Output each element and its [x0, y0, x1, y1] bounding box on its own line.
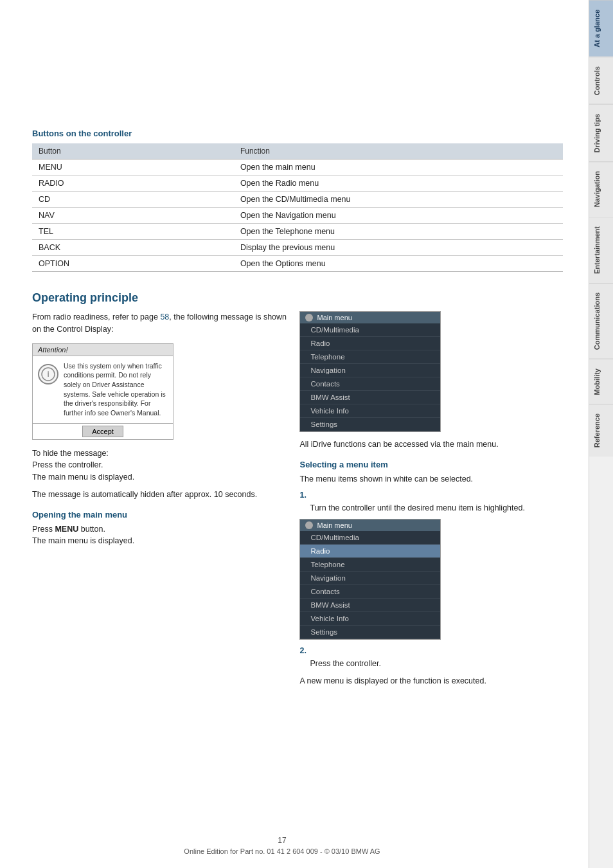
after-attention2: The message is automatically hidden afte…: [32, 489, 287, 501]
menu-item: Contacts: [300, 377, 440, 391]
accept-button[interactable]: Accept: [82, 426, 123, 437]
function-cell: Open the CD/Multimedia menu: [234, 192, 563, 208]
attention-text: Use this system only when traffic condit…: [64, 361, 168, 418]
button-cell: MENU: [32, 159, 234, 176]
selecting-intro: The menu items shown in white can be sel…: [299, 473, 554, 485]
menu-icon: [305, 314, 313, 321]
opening-menu-text: Press MENU button. The main menu is disp…: [32, 523, 287, 548]
buttons-section-title: Buttons on the controller: [32, 129, 563, 138]
intro-text: From radio readiness, refer to page 58, …: [32, 311, 287, 336]
menu-mockup1-items: CD/MultimediaRadioTelephoneNavigationCon…: [300, 323, 440, 431]
menu-item: BMW Assist: [300, 391, 440, 404]
after-attention1: To hide the message: Press the controlle…: [32, 448, 287, 484]
menu-button-label: MENU: [55, 525, 78, 534]
copyright-text: Online Edition for Part no. 01 41 2 604 …: [0, 847, 564, 855]
sidebar-tab-reference[interactable]: Reference: [589, 404, 614, 457]
button-cell: CD: [32, 192, 234, 208]
function-cell: Open the Telephone menu: [234, 224, 563, 240]
opening-menu-title: Opening the main menu: [32, 510, 287, 520]
page-link[interactable]: 58: [160, 312, 169, 321]
attention-box: Attention! i Use this system only when t…: [32, 343, 173, 440]
buttons-table: Button Function MENUOpen the main menuRA…: [32, 143, 563, 272]
sidebar-tab-mobility[interactable]: Mobility: [589, 359, 614, 404]
menu-mockup2-header: Main menu: [300, 520, 440, 531]
operating-principle-title: Operating principle: [32, 291, 563, 305]
attention-header: Attention!: [33, 344, 173, 356]
svg-text:i: i: [48, 370, 49, 379]
all-idrive-text: All iDrive functions can be accessed via…: [299, 439, 554, 451]
function-cell: Open the Navigation menu: [234, 208, 563, 224]
col-function-header: Function: [234, 143, 563, 159]
button-cell: RADIO: [32, 176, 234, 192]
button-cell: OPTION: [32, 256, 234, 272]
main-menu-mockup1: Main menu CD/MultimediaRadioTelephoneNav…: [299, 311, 441, 432]
step2-num: 2.: [299, 646, 554, 655]
selecting-title: Selecting a menu item: [299, 460, 554, 469]
attention-footer: Accept: [33, 423, 173, 439]
menu-mockup2-items: CD/MultimediaRadioTelephoneNavigationCon…: [300, 531, 440, 639]
function-cell: Open the Radio menu: [234, 176, 563, 192]
menu-mockup1-header: Main menu: [300, 312, 440, 323]
function-cell: Open the Options menu: [234, 256, 563, 272]
main-menu-mockup2: Main menu CD/MultimediaRadioTelephoneNav…: [299, 519, 441, 640]
button-cell: BACK: [32, 240, 234, 256]
step1-num: 1.: [299, 491, 554, 500]
sidebar-tab-navigation[interactable]: Navigation: [589, 161, 614, 216]
menu-item: Telephone: [300, 350, 440, 364]
menu-icon2: [305, 521, 313, 529]
menu-item: Radio: [300, 545, 440, 558]
menu-item: CD/Multimedia: [300, 323, 440, 337]
step1-text: Turn the controller until the desired me…: [310, 502, 554, 514]
table-row: RADIOOpen the Radio menu: [32, 176, 563, 192]
menu-item: Navigation: [300, 364, 440, 377]
sidebar-tab-at-a-glance[interactable]: At a glance: [589, 0, 614, 57]
attention-icon: i: [38, 364, 58, 384]
result-text: A new menu is displayed or the function …: [299, 675, 554, 687]
page-footer: 17 Online Edition for Part no. 01 41 2 6…: [0, 836, 564, 855]
sidebar-tab-driving-tips[interactable]: Driving tips: [589, 104, 614, 162]
menu-item: Settings: [300, 418, 440, 431]
buttons-section: Buttons on the controller Button Functio…: [32, 129, 563, 272]
step2-text: Press the controller.: [310, 658, 554, 670]
menu-item: Contacts: [300, 585, 440, 599]
menu-item: Settings: [300, 626, 440, 639]
sidebar-tab-entertainment[interactable]: Entertainment: [589, 217, 614, 283]
left-column: From radio readiness, refer to page 58, …: [32, 311, 287, 692]
operating-principle-section: Operating principle From radio readiness…: [32, 291, 563, 692]
button-cell: NAV: [32, 208, 234, 224]
menu-item: Vehicle Info: [300, 404, 440, 418]
menu-item: Telephone: [300, 558, 440, 572]
right-column: Main menu CD/MultimediaRadioTelephoneNav…: [299, 311, 554, 692]
menu-item: Navigation: [300, 572, 440, 585]
button-cell: TEL: [32, 224, 234, 240]
page-number: 17: [0, 836, 564, 845]
table-row: BACKDisplay the previous menu: [32, 240, 563, 256]
menu-item: BMW Assist: [300, 599, 440, 612]
col-button-header: Button: [32, 143, 234, 159]
menu-item: Vehicle Info: [300, 612, 440, 626]
menu-item: Radio: [300, 337, 440, 350]
table-row: MENUOpen the main menu: [32, 159, 563, 176]
table-row: CDOpen the CD/Multimedia menu: [32, 192, 563, 208]
menu-item: CD/Multimedia: [300, 531, 440, 545]
sidebar-tab-controls[interactable]: Controls: [589, 57, 614, 104]
sidebar-tab-communications[interactable]: Communications: [589, 283, 614, 359]
table-row: NAVOpen the Navigation menu: [32, 208, 563, 224]
table-row: OPTIONOpen the Options menu: [32, 256, 563, 272]
function-cell: Open the main menu: [234, 159, 563, 176]
function-cell: Display the previous menu: [234, 240, 563, 256]
sidebar: At a glanceControlsDriving tipsNavigatio…: [589, 0, 613, 868]
table-row: TELOpen the Telephone menu: [32, 224, 563, 240]
